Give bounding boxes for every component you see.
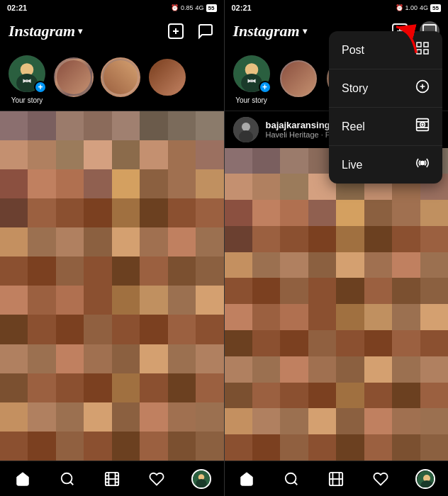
pixel-cell: [364, 252, 392, 278]
nav-reels-right[interactable]: [325, 468, 347, 490]
status-icons-left: ⏰ 0.85 4G 55: [171, 4, 216, 12]
nav-home-left[interactable]: [12, 468, 33, 490]
pixel-cell: [196, 227, 223, 257]
svg-rect-31: [250, 79, 253, 82]
story-label: Story: [342, 82, 368, 95]
pixel-cell: [252, 226, 280, 252]
dropdown-story-item[interactable]: Story: [329, 69, 442, 108]
svg-point-44: [422, 124, 423, 125]
story-item-1-left[interactable]: [54, 57, 94, 100]
pixel-cell: [252, 356, 280, 383]
svg-line-49: [294, 482, 297, 485]
pixel-cell: [0, 198, 28, 227]
pixel-cell: [0, 140, 28, 169]
svg-rect-36: [424, 43, 428, 47]
pixel-cell: [56, 286, 84, 315]
svg-point-9: [61, 473, 72, 483]
pixel-cell: [280, 200, 308, 226]
pixel-cell: [225, 408, 252, 434]
dropdown-live-item[interactable]: Live: [329, 146, 442, 184]
pixel-cell: [392, 383, 420, 409]
dropdown-reel-item[interactable]: Reel: [329, 108, 442, 146]
pixel-cell: [0, 373, 28, 402]
pixel-cell: [168, 373, 196, 402]
pixel-cell: [280, 434, 308, 461]
pixel-cell: [84, 257, 111, 286]
status-icons-right: ⏰ 1.00 4G 55: [396, 4, 441, 12]
pixel-cell: [336, 252, 364, 278]
nav-likes-left[interactable]: [146, 468, 167, 490]
pixel-cell: [308, 304, 336, 330]
pixel-cell: [364, 226, 392, 252]
pixel-cell: [28, 432, 55, 461]
pixel-cell: [252, 330, 280, 356]
svg-line-10: [70, 482, 73, 485]
content-type-dropdown: Post Story Reel: [329, 31, 442, 184]
pixel-cell: [225, 200, 252, 226]
feed-area-left: [0, 111, 224, 461]
story-item-1-right[interactable]: [279, 59, 318, 98]
pixel-cell: [280, 383, 308, 409]
pixel-cell: [112, 344, 140, 373]
signal-text-right: 1.00: [405, 4, 418, 11]
your-story-left[interactable]: + Your story: [7, 54, 47, 104]
pixel-cell: [225, 278, 252, 304]
pixel-cell: [112, 402, 140, 432]
pixel-cell: [308, 252, 336, 278]
nav-search-right[interactable]: [281, 468, 302, 490]
add-story-plus-right[interactable]: +: [259, 81, 271, 94]
pixel-cell: [28, 315, 55, 344]
story-item-3-left[interactable]: [147, 57, 187, 100]
pixel-cell: [252, 304, 280, 330]
nav-profile-right[interactable]: [415, 468, 436, 490]
pixel-cell: [196, 344, 223, 373]
pixel-cell: [196, 111, 223, 140]
pixel-cell: [420, 226, 448, 252]
battery-icon: 55: [206, 4, 217, 12]
pixel-cell: [168, 257, 196, 286]
nav-profile-left[interactable]: [191, 468, 212, 490]
story-avatar-1-right: [279, 59, 318, 98]
nav-reels-left[interactable]: [101, 468, 123, 490]
pixel-cell: [420, 408, 448, 434]
pixel-cell: [84, 344, 111, 373]
live-icon: [415, 156, 430, 174]
pixel-cell: [112, 111, 140, 140]
dropdown-post-item[interactable]: Post: [329, 31, 442, 69]
live-label: Live: [342, 159, 362, 171]
pixel-cell: [84, 373, 111, 402]
pixel-cell: [112, 227, 140, 257]
pixel-cell: [140, 315, 167, 344]
pixel-cell: [336, 356, 364, 383]
instagram-logo-right: Instagram ▾: [233, 22, 307, 40]
pixel-cell: [225, 356, 252, 383]
pixel-cell: [56, 169, 84, 198]
your-story-right[interactable]: + Your story: [232, 54, 271, 104]
nav-likes-right[interactable]: [370, 468, 391, 490]
pixel-cell: [280, 304, 308, 330]
pixel-cell: [168, 432, 196, 461]
nav-search-left[interactable]: [57, 468, 78, 490]
pixel-cell: [140, 373, 167, 402]
add-content-button-left[interactable]: [166, 21, 186, 41]
pixel-cell: [112, 140, 140, 169]
pixel-cell: [0, 111, 28, 140]
pixel-cell: [196, 198, 223, 227]
logo-text-left: Instagram: [9, 22, 75, 40]
story-item-2-left[interactable]: [101, 57, 140, 100]
messages-button-left[interactable]: [196, 21, 215, 41]
pixel-cell: [28, 227, 55, 257]
pixel-cell: [112, 257, 140, 286]
pixel-cell: [28, 344, 55, 373]
pixel-cell: [196, 402, 223, 432]
pixel-cell: [336, 200, 364, 226]
pixel-cell: [392, 408, 420, 434]
pixel-cell: [56, 344, 84, 373]
pixel-cell: [56, 402, 84, 432]
nav-home-right[interactable]: [236, 468, 257, 490]
pixel-cell: [336, 226, 364, 252]
add-story-plus-left[interactable]: +: [34, 81, 47, 94]
time-left: 02:21: [7, 4, 27, 12]
pixel-cell: [308, 383, 336, 409]
pixel-cell: [84, 140, 111, 169]
